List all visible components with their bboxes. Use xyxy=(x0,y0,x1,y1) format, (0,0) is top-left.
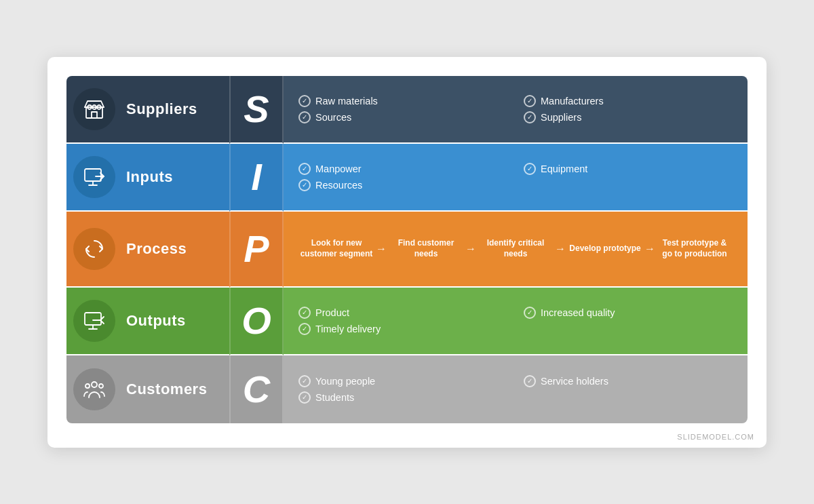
check-item: Young people xyxy=(298,375,507,387)
check-item: Sources xyxy=(298,111,507,123)
process-step: Look for new customer segment xyxy=(298,238,374,259)
watermark: SLIDEMODEL.COM xyxy=(677,433,754,441)
two-col-content: Manpower Resources Equipment xyxy=(298,163,733,191)
two-col-content: Raw materials Sources Manufacturers Supp… xyxy=(298,95,733,123)
check-item: Manpower xyxy=(298,163,507,175)
row-label-c: Customers xyxy=(126,381,207,398)
content-cell-o: Product Timely delivery Increased qualit… xyxy=(284,288,748,355)
check-icon xyxy=(298,179,311,191)
letter-text-i: I xyxy=(251,155,262,198)
check-text: Resources xyxy=(315,180,362,191)
check-text: Suppliers xyxy=(541,112,581,123)
process-step: Identify critical needs xyxy=(478,238,554,259)
check-item: Students xyxy=(298,391,507,404)
check-icon xyxy=(524,375,536,387)
letter-cell-p: P xyxy=(229,212,284,288)
check-icon xyxy=(298,323,311,335)
check-text: Increased quality xyxy=(541,307,615,318)
check-text: Product xyxy=(315,307,349,318)
check-text: Service holders xyxy=(541,376,608,387)
icon-circle-p xyxy=(73,228,115,270)
icon-circle-s xyxy=(73,88,115,130)
svg-rect-4 xyxy=(85,169,101,181)
label-cell-c: Customers xyxy=(66,355,229,423)
check-text: Young people xyxy=(315,376,375,387)
process-step: Develop prototype xyxy=(567,244,643,254)
label-cell-p: Process xyxy=(66,212,229,288)
sipc-table: Suppliers S Raw materials Sources Manufa… xyxy=(66,76,748,423)
letter-cell-s: S xyxy=(229,76,284,144)
letter-cell-o: O xyxy=(229,288,284,355)
letter-text-p: P xyxy=(244,227,269,270)
svg-point-14 xyxy=(99,384,103,388)
label-cell-i: Inputs xyxy=(66,144,229,212)
letter-cell-c: C xyxy=(229,355,284,423)
check-icon xyxy=(298,163,311,175)
check-text: Equipment xyxy=(541,163,587,174)
icon-circle-c xyxy=(73,368,115,410)
letter-text-s: S xyxy=(244,88,269,130)
content-col-1: Young people Students xyxy=(298,375,507,404)
content-col-2: Increased quality xyxy=(524,307,733,335)
svg-point-12 xyxy=(92,382,97,387)
letter-text-c: C xyxy=(243,368,270,410)
row-label-o: Outputs xyxy=(126,312,186,330)
check-icon xyxy=(298,95,311,107)
check-text: Timely delivery xyxy=(315,324,381,334)
process-step: Test prototype & go to production xyxy=(657,238,733,259)
content-cell-p: Look for new customer segment→Find custo… xyxy=(284,212,748,288)
process-arrow: → xyxy=(376,243,387,255)
check-icon xyxy=(524,111,536,123)
check-item: Equipment xyxy=(524,163,733,175)
check-text: Students xyxy=(315,392,354,403)
icon-circle-i xyxy=(73,156,115,198)
content-col-2: Equipment xyxy=(524,163,733,191)
content-col-1: Product Timely delivery xyxy=(298,307,507,335)
check-item: Product xyxy=(298,307,507,319)
content-col-2: Service holders xyxy=(524,375,733,404)
check-icon xyxy=(298,375,311,387)
row-label-s: Suppliers xyxy=(126,100,197,118)
check-item: Manufacturers xyxy=(524,95,733,107)
check-icon xyxy=(524,163,536,175)
check-item: Suppliers xyxy=(524,111,733,123)
main-card: Suppliers S Raw materials Sources Manufa… xyxy=(47,57,767,448)
check-item: Service holders xyxy=(524,375,733,387)
check-text: Sources xyxy=(315,112,351,123)
process-arrow: → xyxy=(555,243,566,255)
label-cell-s: Suppliers xyxy=(66,76,229,144)
check-item: Increased quality xyxy=(524,307,733,319)
icon-circle-o xyxy=(73,300,115,342)
process-content: Look for new customer segment→Find custo… xyxy=(298,238,733,259)
process-step: Find customer needs xyxy=(388,238,464,259)
content-col-1: Manpower Resources xyxy=(298,163,507,191)
content-cell-i: Manpower Resources Equipment xyxy=(284,144,748,212)
check-text: Manpower xyxy=(315,163,362,174)
content-cell-s: Raw materials Sources Manufacturers Supp… xyxy=(284,76,748,144)
svg-rect-8 xyxy=(85,313,101,325)
process-arrow: → xyxy=(465,243,476,255)
process-arrow: → xyxy=(644,243,655,255)
check-text: Raw materials xyxy=(315,96,378,106)
content-col-2: Manufacturers Suppliers xyxy=(524,95,733,123)
content-col-1: Raw materials Sources xyxy=(298,95,507,123)
two-col-content: Young people Students Service holders xyxy=(298,375,733,404)
row-label-i: Inputs xyxy=(126,168,173,186)
svg-point-13 xyxy=(85,384,90,388)
check-item: Resources xyxy=(298,179,507,191)
row-label-p: Process xyxy=(126,240,187,258)
label-cell-o: Outputs xyxy=(66,288,229,355)
check-icon xyxy=(298,391,311,404)
check-icon xyxy=(298,111,311,123)
letter-text-o: O xyxy=(241,299,271,342)
check-icon xyxy=(298,307,311,319)
content-cell-c: Young people Students Service holders xyxy=(284,355,748,423)
check-item: Raw materials xyxy=(298,95,507,107)
letter-cell-i: I xyxy=(229,144,284,212)
check-item: Timely delivery xyxy=(298,323,507,335)
two-col-content: Product Timely delivery Increased qualit… xyxy=(298,307,733,335)
check-text: Manufacturers xyxy=(541,96,604,106)
check-icon xyxy=(524,95,536,107)
check-icon xyxy=(524,307,536,319)
